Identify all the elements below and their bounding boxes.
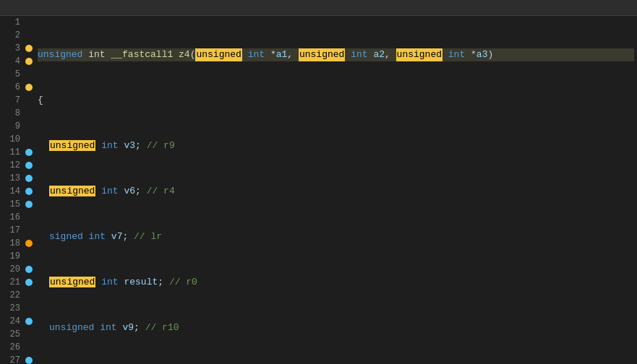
code-line-1: unsigned int __fastcall1 z4(unsigned int… — [38, 48, 634, 61]
circle-27 — [25, 357, 33, 364]
circle-18 — [25, 240, 33, 247]
circle-15 — [25, 201, 33, 208]
code-line-6: unsigned int result; // r0 — [38, 276, 634, 289]
code-content[interactable]: unsigned int __fastcall1 z4(unsigned int… — [35, 16, 637, 364]
line-numbers: 12345 678910 1112131415 1617181920 21222… — [0, 16, 23, 364]
code-line-5: signed int v7; // lr — [38, 230, 634, 243]
circle-4 — [25, 58, 33, 65]
code-area: 12345 678910 1112131415 1617181920 21222… — [0, 16, 637, 364]
circle-24 — [25, 318, 33, 325]
circle-12 — [25, 162, 33, 169]
circle-3 — [25, 45, 33, 52]
circle-6 — [25, 84, 33, 91]
code-line-4: unsigned int v6; // r4 — [38, 185, 634, 198]
code-line-7: unsigned int v9; // r10 — [38, 321, 634, 334]
circle-11 — [25, 149, 33, 156]
circle-21 — [25, 279, 33, 286]
code-line-2: { — [38, 94, 634, 107]
circle-gutter — [23, 16, 35, 364]
circle-13 — [25, 175, 33, 182]
code-line-3: unsigned int v3; // r9 — [38, 139, 634, 152]
code-editor: 12345 678910 1112131415 1617181920 21222… — [0, 0, 637, 364]
tab-bar — [0, 0, 637, 16]
circle-20 — [25, 266, 33, 273]
circle-14 — [25, 188, 33, 195]
